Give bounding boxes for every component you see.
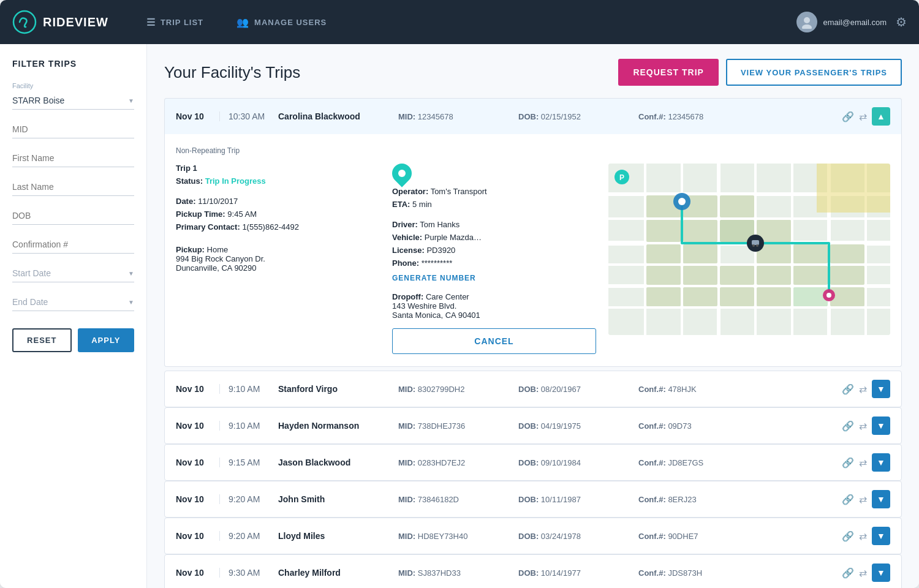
svg-rect-34 (830, 266, 864, 285)
mid-input[interactable] (12, 121, 134, 138)
list-icon: ☰ (146, 17, 156, 28)
expand-button[interactable]: ▼ (872, 527, 890, 545)
svg-point-2 (802, 24, 812, 29)
trip-name: Charley Milford (278, 568, 388, 578)
last-name-input[interactable] (12, 178, 134, 196)
page-title: Your Facility's Trips (164, 63, 300, 82)
link-icon[interactable]: 🔗 (842, 457, 854, 469)
refresh-icon[interactable]: ⇄ (859, 111, 867, 123)
refresh-icon[interactable]: ⇄ (859, 530, 867, 542)
svg-point-47 (756, 244, 758, 247)
link-icon[interactable]: 🔗 (842, 530, 854, 542)
trip-row[interactable]: Nov 10 9:20 AM John Smith MID: 73846182D… (164, 481, 902, 518)
svg-rect-35 (646, 287, 681, 306)
trip-dob: DOB: 10/11/1987 (518, 495, 629, 504)
svg-point-46 (752, 244, 755, 247)
trips-list: Nov 10 9:10 AM Stanford Virgo MID: 83027… (164, 371, 902, 588)
link-icon[interactable]: 🔗 (842, 494, 854, 505)
refresh-icon[interactable]: ⇄ (859, 383, 867, 395)
trip-dob: DOB: 09/10/1984 (518, 458, 629, 467)
phone: Phone: ********** (392, 258, 596, 268)
end-date-placeholder: End Date (12, 297, 48, 307)
svg-rect-28 (830, 244, 864, 263)
trip-row[interactable]: Nov 10 9:30 AM Charley Milford MID: SJ83… (164, 554, 902, 588)
svg-rect-27 (793, 244, 828, 263)
expand-button[interactable]: ▼ (872, 453, 890, 472)
trip-date: Nov 10 (176, 421, 210, 431)
trip-number: Trip 1 (176, 164, 380, 173)
start-date-select[interactable]: Start Date ▼ (12, 265, 134, 282)
refresh-icon[interactable]: ⇄ (859, 494, 867, 505)
trip-info-left: Trip 1 Status: Trip In Progress Date: 11… (176, 164, 380, 354)
expanded-trip-header[interactable]: Nov 10 10:30 AM Carolina Blackwood MID: … (164, 98, 902, 134)
sidebar: FILTER TRIPS Facility STARR Boise ▼ (0, 44, 147, 588)
svg-rect-33 (793, 266, 828, 285)
eta: ETA: 5 min (392, 200, 596, 209)
mid-filter (12, 121, 134, 138)
user-email: email@email.com (823, 18, 887, 27)
nav-manage-users[interactable]: 👥 MANAGE USERS (229, 12, 334, 33)
trip-conf: Conf.#: JDS873H (638, 568, 832, 578)
user-info: email@email.com (796, 12, 887, 32)
generate-number-link[interactable]: GENERATE NUMBER (392, 274, 596, 282)
logo: RIDEVIEW (12, 10, 108, 34)
header: RIDEVIEW ☰ TRIP LIST 👥 MANAGE USERS emai… (0, 0, 919, 44)
trip-dob: DOB: 03/24/1978 (518, 532, 629, 541)
nav-trip-list[interactable]: ☰ TRIP LIST (139, 12, 211, 33)
svg-rect-36 (683, 287, 717, 306)
dob-input[interactable] (12, 207, 134, 225)
expand-button[interactable]: ▼ (872, 380, 890, 398)
trip-conf: Conf.#: 478HJK (638, 385, 832, 394)
refresh-icon[interactable]: ⇄ (859, 567, 867, 579)
trip-dob: DOB: 08/20/1967 (518, 385, 629, 394)
cancel-button[interactable]: CANCEL (392, 328, 596, 354)
trip-row[interactable]: Nov 10 9:10 AM Hayden Normanson MID: 738… (164, 407, 902, 444)
collapse-button[interactable]: ▲ (872, 107, 890, 126)
trip-date: Nov 10 (176, 568, 210, 578)
trip-row[interactable]: Nov 10 9:15 AM Jason Blackwood MID: 0283… (164, 444, 902, 481)
request-trip-button[interactable]: REQUEST TRIP (618, 59, 718, 86)
app-name: RIDEVIEW (43, 15, 108, 29)
trip-sub-label: Non-Repeating Trip (176, 146, 890, 155)
view-passenger-button[interactable]: VIEW YOUR PASSENGER'S TRIPS (726, 59, 902, 86)
svg-rect-19 (720, 195, 754, 217)
trip-time: 9:10 AM (219, 384, 268, 394)
avatar (796, 12, 817, 32)
trip-mid: MID: 0283HD7EJ2 (398, 458, 509, 467)
first-name-input[interactable] (12, 149, 134, 167)
trip-dob: DOB: 10/14/1977 (518, 568, 629, 578)
link-icon[interactable]: 🔗 (842, 111, 854, 123)
expand-button[interactable]: ▼ (872, 564, 890, 582)
trip-name: Hayden Normanson (278, 421, 388, 431)
confirmation-input[interactable] (12, 236, 134, 254)
driver: Driver: Tom Hanks (392, 220, 596, 229)
trip-name: Lloyd Miles (278, 531, 388, 541)
settings-icon[interactable]: ⚙ (896, 15, 907, 29)
facility-select[interactable]: STARR Boise ▼ (12, 92, 134, 110)
link-icon[interactable]: 🔗 (842, 383, 854, 395)
svg-rect-41 (817, 164, 890, 213)
last-name-filter (12, 178, 134, 196)
reset-button[interactable]: RESET (12, 328, 72, 352)
svg-rect-30 (683, 266, 717, 285)
trip-actions: 🔗 ⇄ ▼ (842, 453, 890, 472)
start-date-filter: Start Date ▼ (12, 265, 134, 282)
expand-button[interactable]: ▼ (872, 490, 890, 508)
refresh-icon[interactable]: ⇄ (859, 457, 867, 469)
trip-row[interactable]: Nov 10 9:10 AM Stanford Virgo MID: 83027… (164, 371, 902, 407)
trip-info-mid: Operator: Tom's Transport ETA: 5 min Dri… (392, 164, 596, 354)
link-icon[interactable]: 🔗 (842, 420, 854, 432)
expanded-trip-time: 10:30 AM (219, 111, 268, 121)
link-icon[interactable]: 🔗 (842, 567, 854, 579)
expand-button[interactable]: ▼ (872, 417, 890, 435)
trip-pickup-time: Pickup Time: 9:45 AM (176, 209, 380, 219)
refresh-icon[interactable]: ⇄ (859, 420, 867, 432)
apply-button[interactable]: APPLY (78, 328, 135, 352)
end-date-select[interactable]: End Date ▼ (12, 293, 134, 311)
svg-rect-37 (720, 287, 754, 306)
logo-icon (12, 10, 37, 34)
trip-time: 9:30 AM (219, 568, 268, 578)
trip-row[interactable]: Nov 10 9:20 AM Lloyd Miles MID: HD8EY73H… (164, 518, 902, 554)
svg-rect-20 (646, 220, 681, 242)
trip-mid: MID: HD8EY73H40 (398, 532, 509, 541)
